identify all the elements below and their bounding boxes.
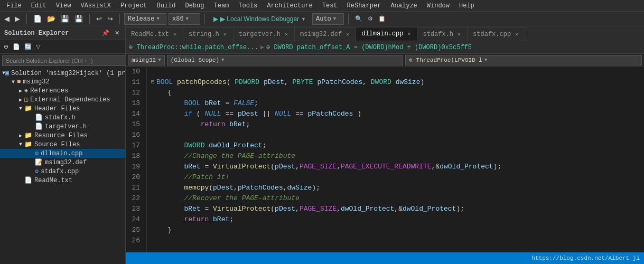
line-num-11: 11 <box>130 77 140 88</box>
open-button[interactable]: 📂 <box>45 14 58 24</box>
editor-area: ReadMe.txt ✕ string.h ✕ targetver.h ✕ ms… <box>126 26 644 264</box>
tree-solution[interactable]: ▼ ▣ Solution 'msimg32Hijack' (1 pr <box>0 69 125 78</box>
scope-func-dropdown[interactable]: ⊕ ThreadProc(LPVOID l ▼ <box>405 55 642 65</box>
param-pdest-14: pDest <box>238 109 258 119</box>
tab-readme-close[interactable]: ✕ <box>172 31 178 37</box>
tab-stdafx-h[interactable]: stdafx.h ✕ <box>417 27 468 41</box>
menu-view[interactable]: View <box>52 0 76 11</box>
tab-msimg32-def-close[interactable]: ✕ <box>345 31 350 37</box>
line-num-24: 24 <box>130 214 140 225</box>
fn-11: patchOpcodes <box>177 77 227 88</box>
menu-test[interactable]: Test <box>318 0 342 11</box>
code-line-16 <box>151 130 640 140</box>
space-17 <box>204 140 209 151</box>
tree-external-dependencies[interactable]: ▶ ◫ External Dependencies <box>0 95 125 104</box>
menu-resharper[interactable]: ReSharper <box>343 0 386 11</box>
code-editor[interactable]: 10 11 12 13 14 15 16 17 18 19 20 21 22 2… <box>126 67 644 252</box>
tree-header-files[interactable]: ▼ 📁 Header Files <box>0 104 125 113</box>
tree-resource-files[interactable]: ▶ 📁 Resource Files <box>0 131 125 140</box>
menu-build[interactable]: Build <box>152 0 180 11</box>
code-line-18: //Change the PAGE-attribute <box>151 151 640 162</box>
tab-targetver-h[interactable]: targetver.h ✕ <box>234 27 295 41</box>
collapse-all-button[interactable]: ⊖ <box>2 43 10 51</box>
indent-15 <box>151 119 201 130</box>
menu-architecture[interactable]: Architecture <box>263 0 316 11</box>
expand-11[interactable]: ⊟ <box>151 77 154 88</box>
tab-dllmain-cpp[interactable]: dllmain.cpp ✕ <box>356 27 417 41</box>
forward-button[interactable]: ▶ <box>13 14 22 24</box>
line-num-22: 22 <box>130 193 140 204</box>
redo-button[interactable]: ↪ <box>105 14 115 24</box>
tree-msimg32-def[interactable]: ▶ 📝 msimg32.def <box>0 158 125 167</box>
back-button[interactable]: ◀ <box>2 14 12 24</box>
tab-dllmain-cpp-close[interactable]: ✕ <box>406 31 412 37</box>
indent-20 <box>151 172 184 183</box>
menu-bar: File Edit View VAssistX Project Build De… <box>0 0 644 12</box>
tree-project-msimg32[interactable]: ▼ ■ msimg32 <box>0 78 125 86</box>
save-all-button[interactable]: 💾 <box>72 14 85 24</box>
show-all-files-button[interactable]: 📄 <box>11 43 22 51</box>
new-project-button[interactable]: 📄 <box>31 14 44 24</box>
scope-file-arrow: ▼ <box>158 58 161 63</box>
tree-dllmain-cpp[interactable]: ▶ ⚙ dllmain.cpp <box>0 149 125 158</box>
scope-file-label: msimg32 <box>132 57 156 63</box>
param-dwsize-11: dwSize <box>396 77 421 88</box>
targetver-h-icon: 📄 <box>35 122 43 130</box>
filter-button[interactable]: ▽ <box>34 43 42 51</box>
tab-stdafx-cpp-close[interactable]: ✕ <box>514 31 519 37</box>
tab-stdafx-cpp[interactable]: stdafx.cpp ✕ <box>468 27 525 41</box>
tree-references[interactable]: ▶ ◈ References <box>0 86 125 95</box>
tab-msimg32-def-label: msimg32.def <box>300 31 342 38</box>
tab-msimg32-def[interactable]: msimg32.def ✕ <box>295 27 356 41</box>
tab-targetver-h-close[interactable]: ✕ <box>284 31 289 37</box>
code-content: ⊟ BOOL patchOpcodes ( PDWORD pDest , PBY… <box>147 67 644 252</box>
menu-tools[interactable]: Tools <box>234 0 262 11</box>
tool2-button[interactable]: ⚙ <box>366 14 375 23</box>
file-buttons: 📄 📂 💾 💾 <box>31 14 85 24</box>
tool3-button[interactable]: 📋 <box>376 14 388 23</box>
sidebar-pin-button[interactable]: 📌 <box>100 29 111 37</box>
menu-file[interactable]: File <box>2 0 26 11</box>
configuration-dropdown[interactable]: Release ▼ <box>124 13 166 25</box>
tree-stdafx-h[interactable]: ▶ 📄 stdafx.h <box>0 113 125 122</box>
tool1-button[interactable]: 🔍 <box>353 14 365 23</box>
code-line-21: memcpy ( pDest , pPatchCodes , dwSize ); <box>151 183 640 193</box>
indent-17 <box>151 140 184 151</box>
platform-dropdown[interactable]: x86 ▼ <box>169 13 200 25</box>
semi-24: ; <box>229 214 234 225</box>
scope-file-dropdown[interactable]: msimg32 ▼ <box>128 55 165 65</box>
menu-help[interactable]: Help <box>455 0 479 11</box>
refresh-button[interactable]: 🔄 <box>23 43 33 51</box>
menu-window[interactable]: Window <box>423 0 454 11</box>
run-debugger-button[interactable]: ▶ ▶ Local Windows Debugger ▼ <box>209 14 310 24</box>
sep1 <box>26 14 27 24</box>
tree-targetver-h[interactable]: ▶ 📄 targetver.h <box>0 122 125 131</box>
breadcrumb-part2[interactable]: ⊕ DWORD patch_offset_A = (DWORD)hMod + (… <box>266 43 472 51</box>
brace-12: { <box>167 88 172 98</box>
tree-readme-txt[interactable]: ▶ 📄 ReadMe.txt <box>0 176 125 185</box>
tab-stdafx-h-close[interactable]: ✕ <box>456 31 462 37</box>
indent-19 <box>151 162 184 172</box>
sidebar-close-button[interactable]: ✕ <box>113 29 121 37</box>
menu-team[interactable]: Team <box>210 0 234 11</box>
save-button[interactable]: 💾 <box>59 14 71 24</box>
menu-project[interactable]: Project <box>116 0 151 11</box>
semi-17: ; <box>263 140 267 151</box>
search-solution-input[interactable] <box>2 55 127 66</box>
tree-source-files[interactable]: ▼ 📁 Source Files <box>0 140 125 149</box>
undo-button[interactable]: ↩ <box>94 14 104 24</box>
menu-edit[interactable]: Edit <box>27 0 51 11</box>
menu-analyze[interactable]: Analyze <box>386 0 421 11</box>
breadcrumb-part1[interactable]: ⊕ ThreadProc::while.patch_offse... <box>129 43 258 51</box>
tab-string-h-close[interactable]: ✕ <box>222 31 228 37</box>
tab-string-h[interactable]: string.h ✕ <box>183 27 234 41</box>
tab-stdafx-h-label: stdafx.h <box>423 31 453 38</box>
menu-vassistx[interactable]: VAssistX <box>76 0 115 11</box>
indent-22 <box>151 193 184 204</box>
menu-debug[interactable]: Debug <box>181 0 208 11</box>
tree-stdafx-cpp[interactable]: ▶ ⚙ stdafx.cpp <box>0 167 125 176</box>
debug-target-dropdown[interactable]: Auto ▼ <box>312 13 344 25</box>
tab-readme[interactable]: ReadMe.txt ✕ <box>126 27 183 41</box>
scope-global-dropdown[interactable]: (Global Scope) ▼ <box>167 55 404 65</box>
line-num-13: 13 <box>130 98 140 109</box>
